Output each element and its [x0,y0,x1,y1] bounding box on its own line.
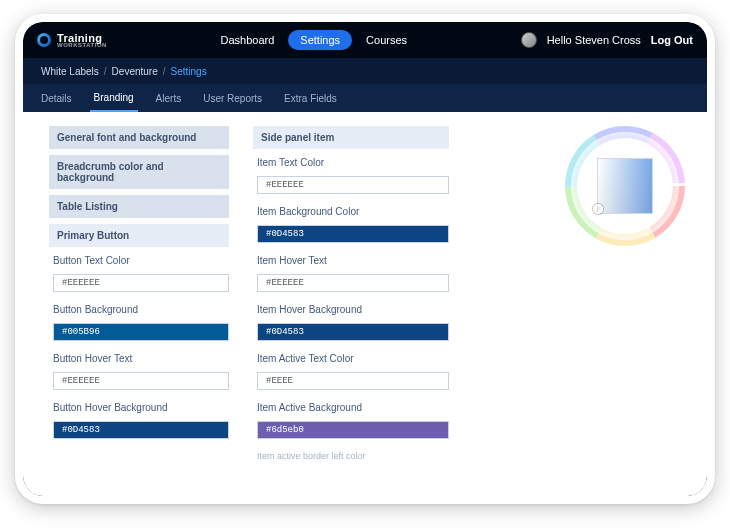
swatch-item-hover-text[interactable]: #EEEEEE [257,274,449,292]
swatch-button-background[interactable]: #005B96 [53,323,229,341]
tab-extra-fields[interactable]: Extra Fields [280,84,341,112]
logout-button[interactable]: Log Out [651,34,693,46]
app-screen: Training WORKSTATION Dashboard Settings … [23,22,707,496]
swatch-item-text[interactable]: #EEEEEE [257,176,449,194]
section-table[interactable]: Table Listing [49,195,229,218]
tab-alerts[interactable]: Alerts [152,84,186,112]
swatch-item-active-text[interactable]: #EEEE [257,372,449,390]
label-item-bg: Item Background Color [253,204,449,217]
brand-subtitle: WORKSTATION [57,42,107,48]
nav-courses[interactable]: Courses [366,34,407,46]
column-left: General font and background Breadcrumb c… [49,126,229,482]
swatch-button-text-color[interactable]: #EEEEEE [53,274,229,292]
swatch-item-active-bg[interactable]: #6d5eb0 [257,421,449,439]
breadcrumb-sep: / [163,66,166,77]
swatch-item-hover-bg[interactable]: #0D4583 [257,323,449,341]
label-item-hover-bg: Item Hover Background [253,302,449,315]
label-button-background: Button Background [49,302,229,315]
color-picker[interactable] [565,126,685,246]
nav-dashboard[interactable]: Dashboard [221,34,275,46]
label-item-text: Item Text Color [253,155,449,168]
tabs-bar: Details Branding Alerts User Reports Ext… [23,84,707,112]
section-general[interactable]: General font and background [49,126,229,149]
tab-details[interactable]: Details [37,84,76,112]
column-middle: Side panel item Item Text Color #EEEEEE … [253,126,449,482]
brand[interactable]: Training WORKSTATION [37,32,107,48]
label-button-hover-text: Button Hover Text [49,351,229,364]
label-button-text-color: Button Text Color [49,253,229,266]
color-picker-gradient[interactable] [597,158,653,214]
nav-right: Hello Steven Cross Log Out [521,32,693,48]
tab-branding[interactable]: Branding [90,84,138,112]
section-breadcrumb[interactable]: Breadcrumb color and background [49,155,229,189]
avatar[interactable] [521,32,537,48]
nav-center: Dashboard Settings Courses [221,30,408,50]
label-item-hover-text: Item Hover Text [253,253,449,266]
breadcrumb-sep: / [104,66,107,77]
label-button-hover-bg: Button Hover Background [49,400,229,413]
swatch-item-bg[interactable]: #0D4583 [257,225,449,243]
section-primary-button[interactable]: Primary Button [49,224,229,247]
nav-settings[interactable]: Settings [288,30,352,50]
tab-user-reports[interactable]: User Reports [199,84,266,112]
label-item-active-bg: Item Active Background [253,400,449,413]
breadcrumb: White Labels / Deventure / Settings [23,58,707,84]
swatch-button-hover-bg[interactable]: #0D4583 [53,421,229,439]
breadcrumb-level-1[interactable]: White Labels [41,66,99,77]
brand-icon [37,33,51,47]
breadcrumb-level-3[interactable]: Settings [171,66,207,77]
color-picker-handle[interactable] [593,204,603,214]
topbar: Training WORKSTATION Dashboard Settings … [23,22,707,58]
body-area: General font and background Breadcrumb c… [23,112,707,496]
device-frame: Training WORKSTATION Dashboard Settings … [15,14,715,504]
section-side-panel[interactable]: Side panel item [253,126,449,149]
label-item-active-text: Item Active Text Color [253,351,449,364]
breadcrumb-level-2[interactable]: Deventure [112,66,158,77]
swatch-button-hover-text[interactable]: #EEEEEE [53,372,229,390]
label-item-active-border: Item active border left color [253,449,449,463]
greeting-text[interactable]: Hello Steven Cross [547,34,641,46]
